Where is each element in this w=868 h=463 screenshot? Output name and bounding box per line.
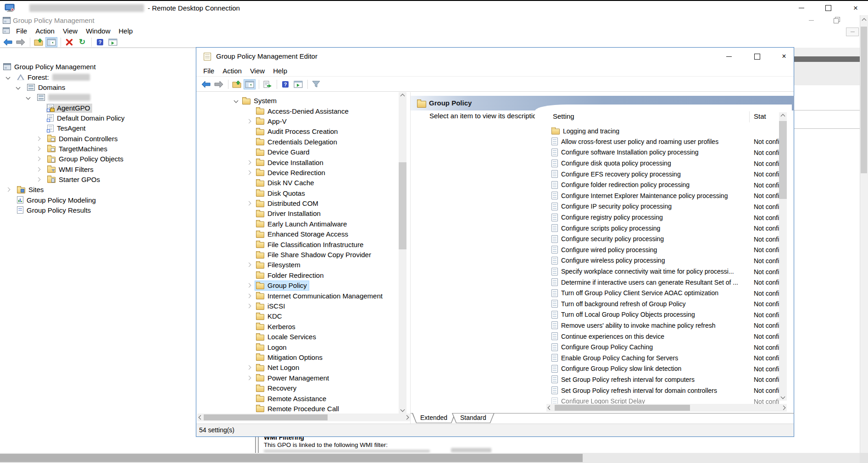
chevron-right-icon[interactable] <box>247 293 251 298</box>
menu-help[interactable]: Help <box>114 26 137 36</box>
tree-item-app-v[interactable]: App-V <box>197 116 398 127</box>
menu-help[interactable]: Help <box>269 66 291 76</box>
setting-row[interactable]: Enable Group Policy Caching for ServersN… <box>546 353 779 364</box>
child-minimize-button[interactable] <box>846 28 859 36</box>
column-header-state[interactable]: Stat <box>754 112 766 120</box>
chevron-down-icon[interactable] <box>16 85 21 89</box>
forward-icon[interactable] <box>15 37 27 47</box>
setting-row[interactable]: Turn off background refresh of Group Pol… <box>546 299 779 310</box>
setting-row[interactable]: Turn off Local Group Policy Objects proc… <box>546 309 779 320</box>
tree-item-group-policy-modeling[interactable]: Group Policy Modeling <box>0 195 197 205</box>
tree-item-group-policy-results[interactable]: Group Policy Results <box>0 205 197 215</box>
list-horizontal-scroll-thumb[interactable] <box>555 405 690 411</box>
tree-item-remote-procedure-call[interactable]: Remote Procedure Call <box>197 404 398 412</box>
chevron-down-icon[interactable] <box>234 99 239 103</box>
tree-item-starter-gpos[interactable]: Starter GPOs <box>0 175 197 185</box>
tree-item-power-management[interactable]: Power Management <box>197 373 398 383</box>
tree-item-access-denied-assistance[interactable]: Access-Denied Assistance <box>197 106 398 116</box>
tree-item-device-redirection[interactable]: Device Redirection <box>197 168 398 178</box>
tree-item-redacted[interactable] <box>0 93 197 103</box>
tree-item-domain-controllers[interactable]: Domain Controllers <box>0 133 197 143</box>
new-window-icon[interactable] <box>107 37 119 47</box>
chevron-right-icon[interactable] <box>247 201 251 206</box>
tree-item-iscsi[interactable]: iSCSI <box>197 301 398 311</box>
gpm-restore-button[interactable] <box>827 15 847 26</box>
rdp-scroll-up-icon[interactable] <box>860 17 868 24</box>
tree-item-folder-redirection[interactable]: Folder Redirection <box>197 270 398 281</box>
delete-icon[interactable] <box>63 37 75 47</box>
tree-item-early-launch-antimalware[interactable]: Early Launch Antimalware <box>197 219 398 229</box>
setting-row[interactable]: Configure disk quota policy processingNo… <box>546 158 779 169</box>
menu-action[interactable]: Action <box>218 66 246 76</box>
gpm-splitter[interactable] <box>255 437 256 453</box>
back-icon[interactable] <box>2 37 14 47</box>
gpm-splitter2[interactable] <box>258 437 259 453</box>
menu-action[interactable]: Action <box>31 26 59 36</box>
tree-item-logon[interactable]: Logon <box>197 342 398 352</box>
back-icon[interactable] <box>200 79 212 89</box>
menu-file[interactable]: File <box>199 66 218 76</box>
tree-item-tesagent[interactable]: TesAgent <box>0 123 197 133</box>
chevron-right-icon[interactable] <box>36 146 41 151</box>
chevron-down-icon[interactable] <box>26 95 31 100</box>
chevron-right-icon[interactable] <box>247 170 251 175</box>
tree-scroll-down-icon[interactable] <box>399 406 406 413</box>
up-one-level-icon[interactable] <box>33 37 45 47</box>
setting-row[interactable]: Configure Group Policy CachingNot confi <box>546 342 779 353</box>
tree-item-kerberos[interactable]: Kerberos <box>197 322 398 332</box>
chevron-right-icon[interactable] <box>247 283 251 288</box>
setting-row[interactable]: Configure wireless policy processingNot … <box>546 255 779 266</box>
rdp-horizontal-scroll-thumb[interactable] <box>0 454 583 462</box>
tree-item-credentials-delegation[interactable]: Credentials Delegation <box>197 137 398 147</box>
list-scroll-up-icon[interactable] <box>779 112 787 120</box>
chevron-right-icon[interactable] <box>247 119 251 124</box>
chevron-right-icon[interactable] <box>247 375 251 380</box>
up-one-level-icon[interactable] <box>231 79 243 89</box>
chevron-right-icon[interactable] <box>36 167 41 171</box>
tree-scroll-up-icon[interactable] <box>399 92 406 100</box>
tree-item-disk-quotas[interactable]: Disk Quotas <box>197 188 398 198</box>
column-header-setting[interactable]: Setting <box>553 112 574 120</box>
chevron-right-icon[interactable] <box>6 187 11 192</box>
tab-standard[interactable]: Standard <box>452 413 495 423</box>
tree-item-net-logon[interactable]: Net Logon <box>197 363 398 373</box>
list-scroll-left-icon[interactable] <box>546 404 553 412</box>
rdp-titlebar[interactable]: - Remote Desktop Connection × <box>0 1 868 15</box>
show-console-tree-icon[interactable] <box>244 79 256 89</box>
export-list-icon[interactable] <box>262 79 273 89</box>
tree-item-group-policy[interactable]: Group Policy <box>197 281 398 291</box>
tree-item-kdc[interactable]: KDC <box>197 311 398 321</box>
setting-row[interactable]: Configure registry policy processingNot … <box>546 212 779 223</box>
setting-row[interactable]: Allow cross-forest user policy and roami… <box>546 137 779 148</box>
show-console-tree-icon[interactable] <box>45 37 57 47</box>
tree-vertical-scroll-thumb[interactable] <box>399 162 406 249</box>
menu-window[interactable]: Window <box>82 26 114 36</box>
menu-view[interactable]: View <box>59 26 82 36</box>
chevron-right-icon[interactable] <box>247 304 251 309</box>
column-divider[interactable] <box>749 111 750 122</box>
setting-row[interactable]: Configure folder redirection policy proc… <box>546 180 779 191</box>
tree-scroll-left-icon[interactable] <box>197 413 204 421</box>
setting-row[interactable]: Configure software Installation policy p… <box>546 147 779 158</box>
refresh-icon[interactable]: ↻ <box>76 37 88 47</box>
setting-row[interactable]: Configure wired policy processingNot con… <box>546 245 779 256</box>
gpme-minimize-button[interactable] <box>718 50 740 63</box>
setting-row[interactable]: Configure Internet Explorer Maintenance … <box>546 191 779 202</box>
tree-item-filesystem[interactable]: Filesystem <box>197 260 398 270</box>
filter-icon[interactable] <box>310 79 322 89</box>
tree-item-locale-services[interactable]: Locale Services <box>197 332 398 342</box>
rdp-minimize-button[interactable] <box>791 1 812 15</box>
tree-item-file-share-shadow-copy-provider[interactable]: File Share Shadow Copy Provider <box>197 250 398 260</box>
tree-item-default-domain-policy[interactable]: Default Domain Policy <box>0 113 197 123</box>
tab-extended[interactable]: Extended <box>412 413 456 423</box>
forward-icon[interactable] <box>213 79 225 89</box>
tree-item-enhanced-storage-access[interactable]: Enhanced Storage Access <box>197 229 398 239</box>
chevron-right-icon[interactable] <box>36 136 41 141</box>
tree-item-wmi-filters[interactable]: WMI Filters <box>0 164 197 174</box>
tree-item-group-policy-objects[interactable]: Group Policy Objects <box>0 154 197 164</box>
setting-row[interactable]: Determine if interactive users can gener… <box>546 277 779 288</box>
rdp-vertical-scroll-thumb[interactable] <box>861 27 867 173</box>
chevron-right-icon[interactable] <box>36 177 41 182</box>
tree-item-remote-assistance[interactable]: Remote Assistance <box>197 393 398 403</box>
setting-row[interactable]: Configure security policy processingNot … <box>546 234 779 245</box>
